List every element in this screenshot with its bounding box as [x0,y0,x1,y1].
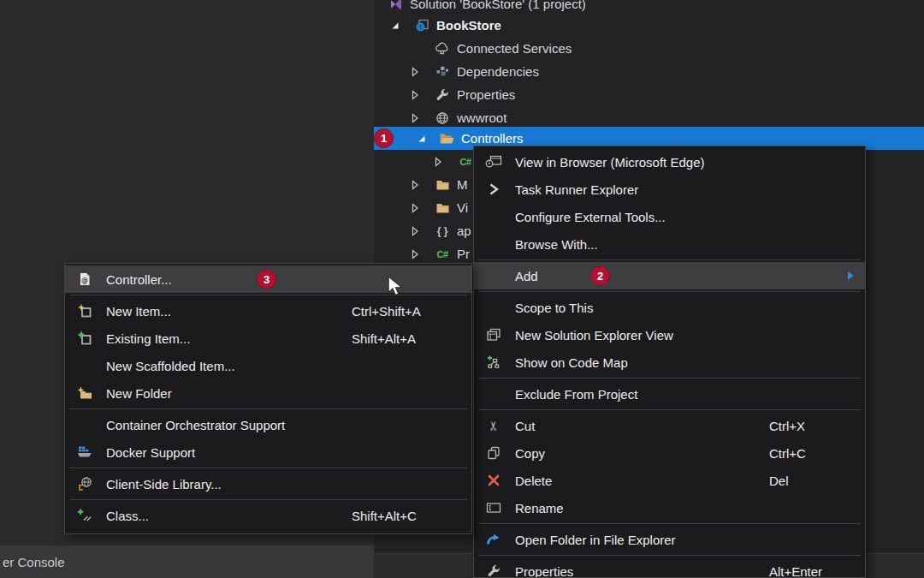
dependencies-icon [435,65,450,79]
menu-shortcut: Del [769,474,789,488]
menu-separator [69,499,467,500]
expanded-arrow-icon[interactable] [389,21,400,31]
submenu-item-new-scaffolded-item[interactable]: New Scaffolded Item... [65,352,471,379]
mouse-cursor [387,276,404,300]
tree-item-label: Properties [457,87,515,102]
menu-separator [478,523,861,524]
client-side-library-icon [75,477,94,491]
menu-separator [69,295,467,295]
csharp-file-icon: C# [458,157,473,167]
tree-item-label: Vi [457,200,468,215]
class-icon [75,509,94,522]
menu-separator [69,468,467,468]
tree-item-label: Solution 'BookStore' (1 project) [410,0,586,11]
collapsed-chevron-icon[interactable] [409,113,420,123]
wrench-icon [484,564,503,578]
submenu-item-client-side-library[interactable]: Client-Side Library... [65,470,471,498]
menu-item-label: Task Runner Explorer [515,182,638,197]
menu-item-cut[interactable]: ✂ Cut Ctrl+X [474,412,865,439]
collapsed-chevron-icon[interactable] [409,249,420,259]
console-tab-label[interactable]: er Console [3,555,65,569]
menu-item-delete[interactable]: Delete Del [474,467,865,494]
add-submenu: @ Controller... 3 New Item... Ctrl+Shift… [64,263,472,534]
step-badge-2: 2 [590,266,610,286]
menu-item-rename[interactable]: Rename [474,494,865,521]
menu-item-label: Container Orchestrator Support [106,418,285,432]
menu-shortcut: Shift+Alt+A [352,331,416,346]
tree-item-label: wwwroot [457,110,506,125]
menu-item-label: Add [515,269,538,283]
menu-item-new-solution-explorer-view[interactable]: New Solution Explorer View [474,321,865,349]
menu-item-label: Docker Support [106,445,195,460]
collapsed-chevron-icon[interactable] [409,180,420,190]
browser-icon [484,155,503,169]
menu-item-label: Class... [106,509,149,523]
svg-text:@: @ [81,277,88,284]
menu-item-open-folder-in-file-explorer[interactable]: Open Folder in File Explorer [474,526,865,553]
menu-item-scope-to-this[interactable]: Scope to This [474,294,865,321]
open-folder-icon [438,132,454,146]
collapsed-chevron-icon[interactable] [409,226,420,236]
submenu-item-new-item[interactable]: New Item... Ctrl+Shift+A [65,297,471,325]
tree-item-label: Pr [457,247,470,261]
tree-item-properties[interactable]: Properties [374,83,924,106]
menu-separator [478,259,861,260]
menu-item-label: Client-Side Library... [106,477,222,492]
menu-item-label: Show on Code Map [515,355,628,370]
menu-item-browse-with[interactable]: Browse With... [474,230,865,258]
menu-item-label: Controller... [106,272,172,287]
aspnet-project-icon [414,19,429,33]
tree-item-wwwroot[interactable]: wwwroot [374,106,924,129]
submenu-item-class[interactable]: Class... Shift+Alt+C [65,502,471,529]
tree-item-label: Connected Services [457,41,572,56]
collapsed-chevron-icon[interactable] [409,203,420,213]
chevron-right-icon [484,182,503,196]
menu-item-view-in-browser[interactable]: View in Browser (Microsoft Edge) [474,148,865,176]
csharp-file-icon: C# [435,249,450,259]
code-map-icon [484,355,503,369]
menu-item-label: Cut [515,419,535,433]
collapsed-chevron-icon[interactable] [409,90,420,100]
collapsed-chevron-icon[interactable] [432,157,443,167]
rename-icon [484,502,503,514]
submenu-item-controller[interactable]: @ Controller... 3 [65,265,471,293]
menu-item-label: Delete [515,474,552,488]
scissors-icon: ✂ [484,418,503,433]
connected-services-cloud-icon [435,42,450,56]
menu-item-properties[interactable]: Properties Alt+Enter [474,557,865,578]
menu-item-exclude-from-project[interactable]: Exclude From Project [474,380,865,408]
menu-shortcut: Ctrl+X [769,419,805,433]
submenu-item-container-orchestrator-support[interactable]: Container Orchestrator Support [65,411,471,438]
tree-item-dependencies[interactable]: Dependencies [374,60,924,83]
menu-item-label: Open Folder in File Explorer [515,533,676,547]
menu-item-configure-external-tools[interactable]: Configure External Tools... [474,203,865,230]
menu-item-label: Exclude From Project [515,387,637,402]
context-menu: View in Browser (Microsoft Edge) Task Ru… [473,146,866,578]
expanded-arrow-icon[interactable] [416,134,427,144]
delete-x-icon [484,474,503,486]
submenu-item-existing-item[interactable]: Existing Item... Shift+Alt+A [65,325,471,352]
docker-icon [75,445,94,459]
existing-item-icon [75,331,94,346]
menu-shortcut: Ctrl+C [769,446,806,461]
menu-item-copy[interactable]: Copy Ctrl+C [474,439,865,467]
submenu-item-new-folder[interactable]: New Folder [65,379,471,407]
collapsed-chevron-icon[interactable] [409,67,420,77]
menu-item-label: New Solution Explorer View [515,328,673,343]
vs-solution-icon [388,0,403,11]
menu-item-label: Scope to This [515,301,593,315]
menu-separator [478,555,861,556]
menu-item-add[interactable]: Add 2 [474,262,865,289]
tree-item-label: Dependencies [457,64,539,79]
tree-item-bookstore[interactable]: BookStore [374,14,924,37]
menu-item-show-on-code-map[interactable]: Show on Code Map [474,349,865,376]
submenu-item-docker-support[interactable]: Docker Support [65,438,471,466]
menu-separator [478,378,861,378]
step-badge-1: 1 [374,128,394,148]
tree-item-label: BookStore [436,18,501,33]
menu-shortcut: Alt+Enter [769,564,822,578]
menu-separator [478,291,861,292]
menu-item-task-runner-explorer[interactable]: Task Runner Explorer [474,176,865,203]
tree-item-connected-services[interactable]: Connected Services [374,37,924,60]
tree-item-label: M [457,177,468,192]
